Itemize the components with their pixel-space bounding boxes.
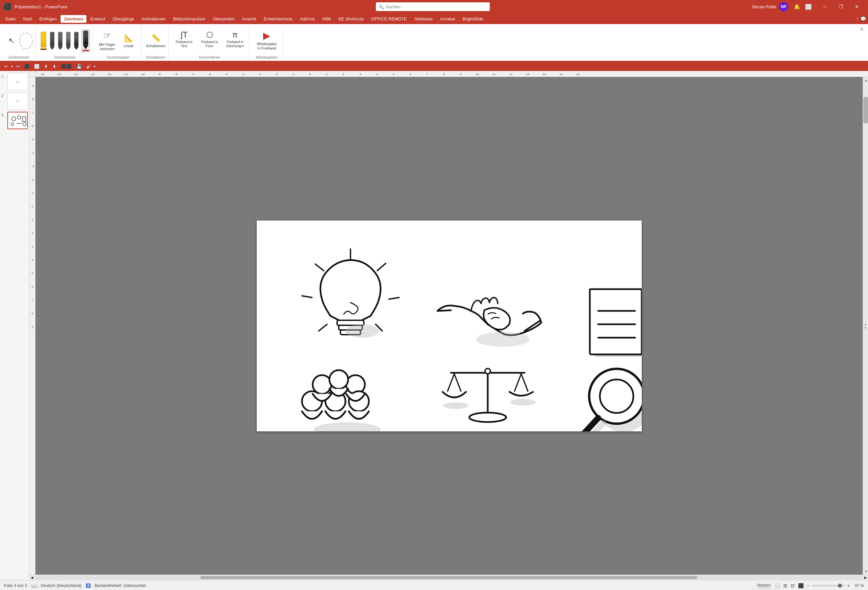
scroll-track[interactable]: ▲ ▼ [863, 83, 868, 568]
pen-black-active[interactable] [81, 30, 90, 52]
ruler-corner [30, 71, 35, 77]
menu-office-remote[interactable]: OFFICE REMOTE [368, 15, 410, 23]
svg-rect-75 [590, 289, 642, 354]
menu-start[interactable]: Start [19, 15, 35, 23]
menu-brightslide[interactable]: BrightSlide [459, 15, 487, 23]
zoom-level[interactable]: 87 % [852, 583, 864, 588]
format-painter-button[interactable]: 🖌 [85, 63, 92, 69]
layout-button[interactable]: ⬛ [22, 63, 31, 69]
pen-yellow[interactable] [40, 31, 47, 50]
svg-line-63 [377, 263, 385, 271]
menu-ueberpruefen[interactable]: Überprüfen [210, 15, 238, 23]
menu-animationen[interactable]: Animationen [138, 15, 169, 23]
zoom-slider[interactable] [812, 585, 845, 586]
pen-black-2[interactable] [57, 31, 63, 50]
slide-preview-1[interactable]: ▤ [7, 73, 28, 90]
svg-text:14: 14 [543, 72, 546, 76]
group-label-zeichentools: Zeichentools [5, 55, 33, 60]
menu-slidewise[interactable]: Slidewise [411, 15, 436, 23]
scroll-up-button[interactable]: ▲ [863, 77, 868, 83]
menu-hilfe[interactable]: Hilfe [319, 15, 334, 23]
slide-preview-3[interactable] [7, 112, 28, 129]
menu-addins[interactable]: Add-Ins [297, 15, 318, 23]
menu-datei[interactable]: Datei [2, 15, 19, 23]
comment-icon[interactable]: 💬 [860, 16, 866, 21]
ruler-button[interactable]: 📐 Lineal [118, 29, 139, 53]
svg-point-85 [314, 422, 381, 431]
format-dropdown[interactable]: ▾ [94, 65, 95, 68]
slideshow-icon[interactable]: ⬛ [798, 583, 804, 589]
notifications-icon[interactable]: 🔔 [792, 2, 802, 11]
save-button[interactable]: 💾 [75, 63, 83, 69]
svg-line-62 [302, 296, 312, 298]
svg-rect-2 [22, 117, 26, 121]
normal-view-icon[interactable]: ⬜ [774, 583, 780, 589]
menu-zeichnen[interactable]: Zeichnen [61, 15, 86, 23]
svg-text:-6: -6 [31, 124, 34, 128]
move-up-button[interactable]: ⬆ [43, 63, 50, 69]
h-scroll-track[interactable] [34, 576, 863, 579]
freehand-form-button[interactable]: ⬡ Freihand inForm [198, 29, 221, 53]
undo-dropdown[interactable]: ▾ [11, 65, 13, 68]
menu-entwickler[interactable]: Entwicklertools [260, 15, 296, 23]
h-scroll-thumb[interactable] [200, 576, 697, 579]
scroll-right-button[interactable]: ▶ [863, 576, 868, 579]
menu-uebergaenge[interactable]: Übergänge [109, 15, 137, 23]
zoom-out-button[interactable]: − [807, 583, 810, 589]
slide-preview-2[interactable]: ▤ [7, 92, 28, 110]
vertical-scrollbar[interactable]: ▲ ▲ ▼ ▼ [863, 77, 868, 575]
menu-ee[interactable]: EE Shortcuts [335, 15, 367, 23]
group-label-schablonen: Schablonen [146, 55, 166, 60]
scroll-down-button[interactable]: ▼ [863, 568, 868, 575]
slide-thumb-3: 3 [1, 112, 28, 129]
pen-black-4[interactable] [73, 31, 79, 50]
share-icon[interactable]: ↑ [856, 16, 858, 21]
select-button[interactable]: ↖ [5, 32, 18, 49]
playback-button[interactable]: ▶ Wiedergabein Freihand [253, 29, 280, 53]
freehand-eq-button[interactable]: π Freihand inGleichung ▾ [224, 29, 247, 53]
notes-button[interactable]: Notizen [757, 583, 771, 589]
svg-point-70 [345, 324, 379, 338]
menu-acrobat[interactable]: Acrobat [437, 15, 459, 23]
avatar[interactable]: NP [779, 2, 788, 11]
move-up2-button[interactable]: ⬇ [51, 63, 58, 69]
scroll-left-button[interactable]: ◀ [30, 576, 34, 579]
svg-text:-12: -12 [107, 72, 111, 76]
svg-text:-8: -8 [175, 72, 177, 76]
pen-black-1[interactable] [49, 31, 55, 50]
menu-ansicht[interactable]: Ansicht [239, 15, 260, 23]
schablonen-button[interactable]: 📏 Schablonen [146, 29, 166, 53]
svg-text:13: 13 [526, 72, 529, 76]
minimize-button[interactable]: ─ [817, 1, 833, 12]
zoom-thumb[interactable] [838, 584, 842, 588]
group-button[interactable]: ⬛⬛ [59, 63, 73, 69]
layout2-button[interactable]: ⬜ [32, 63, 41, 69]
scroll-thumb[interactable] [863, 97, 868, 124]
reading-view-icon[interactable]: ⊟ [791, 583, 795, 589]
zoom-in-button[interactable]: + [847, 583, 850, 589]
menu-bildschirm[interactable]: Bildschirmpräser [170, 15, 209, 23]
slide-area[interactable] [35, 77, 863, 575]
svg-text:-4: -4 [242, 72, 244, 76]
search-input[interactable] [386, 4, 487, 9]
lasso-button[interactable] [19, 32, 33, 49]
search-box[interactable]: 🔍 [376, 2, 490, 11]
restore-button[interactable]: ❐ [833, 1, 849, 12]
svg-text:8: 8 [443, 72, 444, 76]
redo-button[interactable]: ↪ [14, 63, 21, 69]
pen-black-3[interactable] [65, 31, 71, 50]
schablonen-tools: 📏 Schablonen [146, 27, 166, 55]
finger-draw-button[interactable]: ☞ Mit Fingerzeichnen [97, 29, 117, 53]
slide-info: Folie 3 von 3 [4, 583, 27, 588]
group-label-wiedergabe: Wiedergeben [253, 55, 280, 60]
grid-view-icon[interactable]: ⊞ [783, 583, 787, 589]
slide-thumb-1: 1 ▤ [1, 73, 28, 90]
freehand-text-button[interactable]: ∫T Freihand inText [173, 29, 195, 53]
menu-einfuegen[interactable]: Einfügen [36, 15, 60, 23]
undo-button[interactable]: ↩ [3, 63, 10, 69]
menu-entwurf[interactable]: Entwurf [87, 15, 108, 23]
close-button[interactable]: ✕ [849, 1, 865, 12]
ribbon-display-icon[interactable]: ⬜ [804, 2, 813, 11]
ribbon-collapse-button[interactable]: ∧ [858, 25, 865, 32]
horizontal-scrollbar[interactable]: ◀ ▶ [30, 575, 868, 580]
